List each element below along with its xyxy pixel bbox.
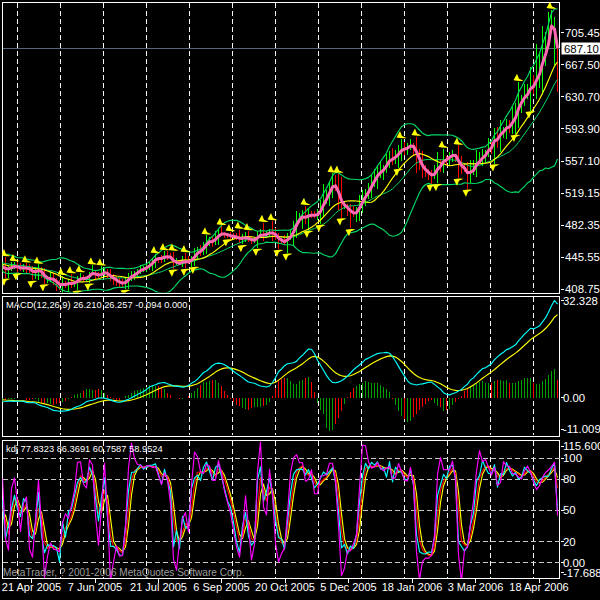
svg-text:408.75: 408.75 (565, 283, 600, 295)
svg-text:kdj 77.8323 86.3691 60.7587 58: kdj 77.8323 86.3691 60.7587 58.9524 (6, 444, 163, 454)
svg-text:80: 80 (563, 473, 576, 485)
svg-text:-17.6889: -17.6889 (563, 567, 600, 579)
svg-text:50: 50 (563, 504, 576, 516)
svg-text:557.10: 557.10 (565, 155, 600, 167)
svg-text:482.35: 482.35 (565, 219, 600, 231)
svg-text:445.55: 445.55 (565, 251, 600, 263)
svg-text:593.90: 593.90 (565, 123, 600, 135)
svg-text:5 Dec 2005: 5 Dec 2005 (320, 581, 376, 593)
svg-text:20: 20 (563, 536, 576, 548)
svg-text:MACD(12,26,9) 26.210 26.257 -0: MACD(12,26,9) 26.210 26.257 -0.094 0.000 (6, 300, 187, 310)
svg-text:21 Apr 2005: 21 Apr 2005 (2, 581, 61, 593)
svg-text:667.50: 667.50 (565, 59, 600, 71)
svg-text:687.10: 687.10 (564, 43, 599, 55)
svg-text:630.70: 630.70 (565, 91, 600, 103)
svg-text:7 Jun 2005: 7 Jun 2005 (68, 581, 122, 593)
svg-text:18 Apr 2006: 18 Apr 2006 (509, 581, 568, 593)
svg-text:32.328: 32.328 (563, 295, 598, 307)
svg-text:519.15: 519.15 (565, 187, 600, 199)
svg-text:115.6003: 115.6003 (563, 440, 600, 452)
svg-text:100: 100 (563, 452, 582, 464)
svg-text:0.00: 0.00 (563, 392, 585, 404)
svg-text:705.45: 705.45 (565, 27, 600, 39)
svg-text:20 Oct 2005: 20 Oct 2005 (255, 581, 315, 593)
svg-text:3 Mar 2006: 3 Mar 2006 (448, 581, 504, 593)
svg-text:-11.009: -11.009 (563, 423, 600, 435)
svg-text:MetaTrader, ? 2001-2006 MetaQu: MetaTrader, ? 2001-2006 MetaQuotes Softw… (3, 567, 244, 578)
svg-text:18 Jan 2006: 18 Jan 2006 (382, 581, 443, 593)
svg-text:21 Jul 2005: 21 Jul 2005 (130, 581, 187, 593)
svg-text:6 Sep 2005: 6 Sep 2005 (193, 581, 249, 593)
